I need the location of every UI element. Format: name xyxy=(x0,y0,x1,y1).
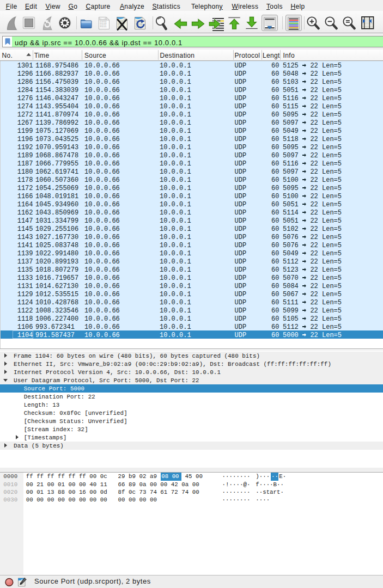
svg-text:0111: 0111 xyxy=(100,25,107,28)
